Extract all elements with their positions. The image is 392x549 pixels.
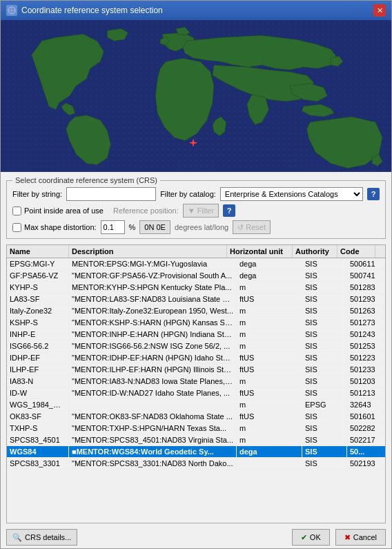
cell-authority: SIS xyxy=(302,376,347,387)
col-header-unit: Horizontal unit xyxy=(227,245,293,258)
table-row[interactable]: IDHP-EF "MENTOR:IDHP-EF:HARN (HPGN) Idah… xyxy=(7,352,385,364)
table-row[interactable]: INHP-E "MENTOR:INHP-E:HARN (HPGN) Indian… xyxy=(7,329,385,340)
table-row[interactable]: TXHP-S "MENTOR:TXHP-S:HPGN/HARN Texas St… xyxy=(7,423,385,434)
filter-button[interactable]: ▼ Filter xyxy=(183,204,219,218)
col-header-desc: Description xyxy=(69,245,227,258)
cell-unit: m xyxy=(237,423,302,434)
on-oe-button[interactable]: 0N 0E xyxy=(139,220,170,234)
cell-desc xyxy=(69,399,237,410)
cancel-button[interactable]: ✖ Cancel xyxy=(335,529,386,546)
cell-name: SPCS83_3301 xyxy=(7,458,69,469)
cell-desc: MENTOR:KYHP-S:HPGN Kentucky State Pla... xyxy=(69,282,237,293)
cell-name: GF:PSA56-VZ xyxy=(7,270,69,281)
title-bar: Coordinate reference system selection ✕ xyxy=(1,1,391,20)
col-header-name: Name xyxy=(7,245,69,258)
cell-authority: SIS xyxy=(302,305,347,316)
table-row[interactable]: Italy-Zone32 "MENTOR:Italy-Zone32:Europe… xyxy=(7,305,385,317)
table-row[interactable]: GF:PSA56-VZ "MENTOR:GF:PSA56-VZ:Provisio… xyxy=(7,270,385,282)
cell-authority: SIS xyxy=(302,270,347,281)
point-inside-checkbox-label[interactable]: Point inside area of use xyxy=(12,206,104,215)
check-icon: ✔ xyxy=(301,533,307,542)
percent-label: % xyxy=(129,223,136,231)
cell-unit: ftUS xyxy=(237,293,302,305)
bottom-bar: 🔍 CRS details... ✔ OK ✖ Cancel xyxy=(1,526,391,548)
cell-desc: MENTOR:EPSG:MGI-Y:MGI-Yugoslavia xyxy=(69,258,237,269)
table-row[interactable]: ILHP-EF "MENTOR:ILHP-EF:HARN (HPGN) Illi… xyxy=(7,364,385,376)
cell-code: 500741 xyxy=(347,270,385,281)
close-button[interactable]: ✕ xyxy=(373,4,386,17)
cell-desc: "MENTOR:SPCS83_4501:NAD83 Virginia Sta..… xyxy=(69,434,237,445)
cell-unit: ftUS xyxy=(237,352,302,363)
cell-code: 502282 xyxy=(347,423,385,434)
table-body: EPSG:MGI-Y MENTOR:EPSG:MGI-Y:MGI-Yugosla… xyxy=(7,258,385,523)
table-row[interactable]: KYHP-S MENTOR:KYHP-S:HPGN Kentucky State… xyxy=(7,282,385,293)
cell-desc: "MENTOR:IA83-N:NAD83 Iowa State Planes, … xyxy=(69,376,237,387)
cell-code: 500611 xyxy=(347,258,385,269)
filter-row-1: Filter by string: Filter by catalog: Ent… xyxy=(12,187,380,201)
cell-unit: m xyxy=(237,434,302,445)
cell-desc: "MENTOR:GF:PSA56-VZ:Provisional South A.… xyxy=(69,270,237,281)
reset-button[interactable]: ↺ Reset xyxy=(233,220,271,234)
cell-unit xyxy=(237,458,302,469)
cell-desc: "MENTOR:LA83-SF:NAD83 Louisiana State Pl… xyxy=(69,293,237,305)
cell-unit: m xyxy=(237,376,302,387)
max-shape-checkbox-label[interactable]: Max shape distortion: xyxy=(12,223,97,232)
cell-authority: SIS xyxy=(302,352,347,363)
filter-catalog-select[interactable]: Enterprise & Extensions Catalogs All Rec… xyxy=(220,187,363,201)
cell-unit: dega xyxy=(237,258,302,269)
table-row[interactable]: EPSG:MGI-Y MENTOR:EPSG:MGI-Y:MGI-Yugosla… xyxy=(7,258,385,270)
cell-name: TXHP-S xyxy=(7,423,69,434)
cell-authority: SIS xyxy=(302,446,347,457)
col-header-scroll xyxy=(375,245,385,258)
cell-authority: SIS xyxy=(302,364,347,375)
cell-code: 501283 xyxy=(347,282,385,293)
ok-cancel-group: ✔ OK ✖ Cancel xyxy=(292,529,386,546)
crs-details-button[interactable]: 🔍 CRS details... xyxy=(6,529,77,546)
cell-name: ISG66-56.2 xyxy=(7,340,69,351)
map-area xyxy=(1,20,391,172)
table-row[interactable]: WGS_1984_UTM_... m EPSG 32643 xyxy=(7,399,385,411)
filter-catalog-label: Filter by catalog: xyxy=(160,190,216,198)
table-row[interactable]: OK83-SF "MENTOR:OK83-SF:NAD83 Oklahoma S… xyxy=(7,411,385,423)
cell-desc: "MENTOR:Italy-Zone32:European 1950, West… xyxy=(69,305,237,316)
cell-name: WGS_1984_UTM_... xyxy=(7,399,69,410)
help-button-2[interactable]: ? xyxy=(223,204,235,217)
cell-code: 501203 xyxy=(347,376,385,387)
filter-string-input[interactable] xyxy=(66,187,156,201)
cell-unit: m xyxy=(237,282,302,293)
table-row[interactable]: SPCS83_3301 "MENTOR:SPCS83_3301:NAD83 No… xyxy=(7,458,385,470)
degrees-label: degrees lat/long xyxy=(175,223,228,231)
cell-desc: ■MENTOR:WGS84:World Geodetic Sy... xyxy=(69,446,237,457)
cell-unit: m xyxy=(237,399,302,410)
table-row[interactable]: KSHP-S "MENTOR:KSHP-S:HARN (HPGN) Kansas… xyxy=(7,317,385,329)
cell-desc: "MENTOR:ILHP-EF:HARN (HPGN) Illinois Sta… xyxy=(69,364,237,375)
ref-position-label: Reference position: xyxy=(113,206,179,215)
col-header-code: Code xyxy=(337,245,375,258)
table-row[interactable]: LA83-SF "MENTOR:LA83-SF:NAD83 Louisiana … xyxy=(7,293,385,305)
cell-authority: SIS xyxy=(302,317,347,328)
window-title: Coordinate reference system selection xyxy=(21,6,163,15)
distortion-input[interactable] xyxy=(101,220,125,234)
cell-code: 501243 xyxy=(347,329,385,340)
cell-authority: SIS xyxy=(302,329,347,340)
table-row[interactable]: ID-W "MENTOR:ID-W:NAD27 Idaho State Plan… xyxy=(7,387,385,399)
table-row[interactable]: SPCS83_4501 "MENTOR:SPCS83_4501:NAD83 Vi… xyxy=(7,434,385,446)
help-button-1[interactable]: ? xyxy=(367,188,380,200)
cell-authority: SIS xyxy=(302,387,347,398)
max-shape-checkbox[interactable] xyxy=(12,223,21,232)
cell-name: WGS84 xyxy=(7,446,69,457)
table-row[interactable]: ISG66-56.2 "MENTOR:ISG66-56.2:NSW ISG Zo… xyxy=(7,340,385,352)
table-row[interactable]: WGS84 ■MENTOR:WGS84:World Geodetic Sy...… xyxy=(7,446,385,458)
cell-desc: "MENTOR:ID-W:NAD27 Idaho State Planes, .… xyxy=(69,387,237,398)
cell-desc: "MENTOR:INHP-E:HARN (HPGN) Indiana Sta..… xyxy=(69,329,237,340)
cell-name: ILHP-EF xyxy=(7,364,69,375)
table-row[interactable]: IA83-N "MENTOR:IA83-N:NAD83 Iowa State P… xyxy=(7,376,385,387)
cell-desc: "MENTOR:TXHP-S:HPGN/HARN Texas Sta... xyxy=(69,423,237,434)
crs-fieldset: Select coordinate reference system (CRS)… xyxy=(6,176,386,239)
col-header-authority: Authority xyxy=(293,245,337,258)
cell-authority: SIS xyxy=(302,458,347,469)
cell-name: ID-W xyxy=(7,387,69,398)
point-inside-checkbox[interactable] xyxy=(12,206,21,215)
ok-button[interactable]: ✔ OK xyxy=(292,529,330,546)
controls-area: Select coordinate reference system (CRS)… xyxy=(1,172,391,244)
